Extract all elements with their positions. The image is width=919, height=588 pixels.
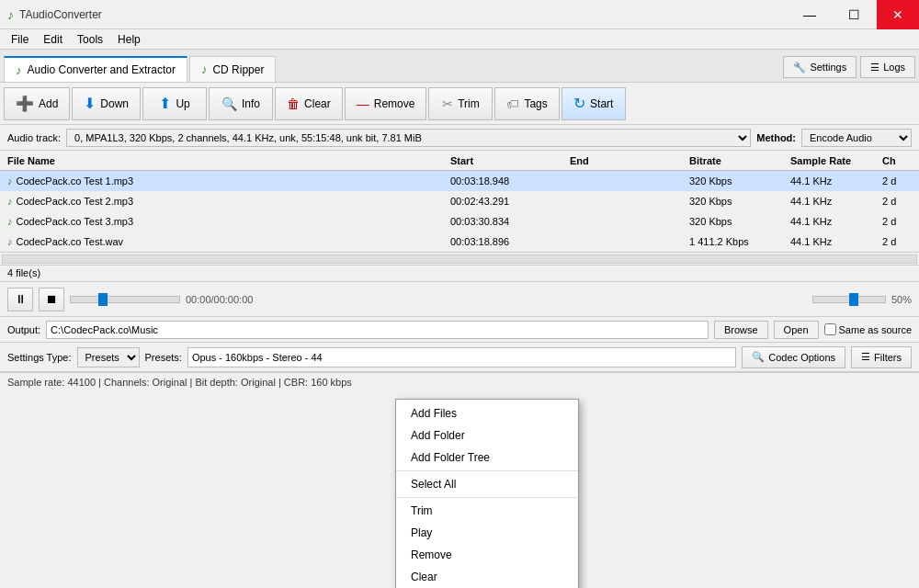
ctx-add-files[interactable]: Add Files <box>396 402 578 424</box>
file-name-cell: ♪CodecPack.co Test 1.mp3 <box>4 175 447 187</box>
horizontal-scrollbar[interactable] <box>0 253 919 266</box>
ch-cell: 2 d <box>879 196 915 207</box>
tags-button[interactable]: 🏷 Tags <box>494 87 559 120</box>
settings-button[interactable]: 🔧 Settings <box>783 56 857 78</box>
tab-converter[interactable]: ♪ Audio Converter and Extractor <box>4 56 187 82</box>
open-button[interactable]: Open <box>774 321 819 339</box>
tab-ripper-label: CD Ripper <box>212 63 264 76</box>
trim-icon: ✂ <box>442 96 453 111</box>
close-button[interactable]: ✕ <box>877 0 919 29</box>
logs-button[interactable]: ☰ Logs <box>860 56 915 78</box>
context-menu: Add Files Add Folder Add Folder Tree Sel… <box>395 399 579 588</box>
audio-track-bar: Audio track: 0, MPA1L3, 320 Kbps, 2 chan… <box>0 125 919 151</box>
play-progress-thumb <box>98 293 108 306</box>
menu-edit[interactable]: Edit <box>36 31 70 48</box>
info-label: Info <box>242 97 260 110</box>
col-start: Start <box>447 155 566 166</box>
status-bar: Sample rate: 44100 | Channels: Original … <box>0 372 919 390</box>
ctx-clear[interactable]: Clear <box>396 566 578 588</box>
trim-label: Trim <box>458 97 480 110</box>
bitrate-cell: 320 Kbps <box>686 175 787 187</box>
ch-cell: 2 d <box>879 175 915 187</box>
volume-bar[interactable] <box>812 296 886 303</box>
menu-file[interactable]: File <box>4 31 36 48</box>
file-name-cell: ♪CodecPack.co Test 2.mp3 <box>4 196 447 207</box>
clear-icon: 🗑 <box>287 96 300 111</box>
file-icon: ♪ <box>7 175 13 187</box>
remove-button[interactable]: — Remove <box>345 87 427 120</box>
col-bitrate: Bitrate <box>686 155 787 166</box>
ctx-trim[interactable]: Trim <box>396 500 578 522</box>
start-cell: 00:02:43.291 <box>447 196 566 207</box>
start-cell: 00:03:30.834 <box>447 216 566 227</box>
pause-button[interactable]: ⏸ <box>7 288 33 311</box>
tab-ripper[interactable]: ♪ CD Ripper <box>189 56 277 82</box>
file-name-cell: ♪CodecPack.co Test 3.mp3 <box>4 216 447 227</box>
codec-options-button[interactable]: 🔍 Codec Options <box>742 346 845 368</box>
down-button[interactable]: ⬇ Down <box>72 87 141 120</box>
up-button[interactable]: ⬆ Up <box>142 87 207 120</box>
clear-button[interactable]: 🗑 Clear <box>275 87 343 120</box>
remove-label: Remove <box>374 97 415 110</box>
ch-cell: 2 d <box>879 216 915 227</box>
file-name-cell: ♪CodecPack.co Test.wav <box>4 236 447 247</box>
output-path-input[interactable] <box>46 321 709 339</box>
volume-thumb <box>849 293 858 306</box>
filters-button[interactable]: ☰ Filters <box>851 346 912 368</box>
col-ch: Ch <box>879 155 915 166</box>
ctx-separator-2 <box>396 497 578 498</box>
bitrate-cell: 320 Kbps <box>686 196 787 207</box>
file-list-header: File Name Start End Bitrate Sample Rate … <box>0 151 919 171</box>
menu-help[interactable]: Help <box>110 31 148 48</box>
same-as-source-checkbox[interactable] <box>824 323 836 335</box>
tab-ripper-icon: ♪ <box>201 62 208 76</box>
tags-label: Tags <box>524 97 547 110</box>
start-button[interactable]: ↻ Start <box>562 87 626 120</box>
settings-type-select[interactable]: Presets <box>77 347 140 368</box>
browse-button[interactable]: Browse <box>714 321 768 339</box>
codec-label: Codec Options <box>768 352 835 363</box>
add-button[interactable]: ➕ Add <box>4 87 70 120</box>
method-label: Method: <box>756 132 796 143</box>
ctx-remove[interactable]: Remove <box>396 544 578 566</box>
presets-label: Presets: <box>145 352 182 363</box>
maximize-button[interactable]: ☐ <box>833 0 875 29</box>
ctx-play[interactable]: Play <box>396 522 578 544</box>
trim-button[interactable]: ✂ Trim <box>428 87 493 120</box>
ctx-add-folder-tree[interactable]: Add Folder Tree <box>396 447 578 469</box>
samplerate-cell: 44.1 KHz <box>787 216 879 227</box>
window-controls: — ☐ ✕ <box>789 0 919 29</box>
ctx-add-folder[interactable]: Add Folder <box>396 424 578 447</box>
same-as-source-label[interactable]: Same as source <box>824 323 912 335</box>
method-select[interactable]: Encode Audio <box>801 129 912 147</box>
stop-button[interactable]: ⏹ <box>39 288 64 311</box>
file-list-container: File Name Start End Bitrate Sample Rate … <box>0 151 919 253</box>
samplerate-cell: 44.1 KHz <box>787 196 879 207</box>
down-label: Down <box>100 97 129 110</box>
ctx-select-all[interactable]: Select All <box>396 473 578 495</box>
presets-input[interactable] <box>187 347 736 368</box>
tags-icon: 🏷 <box>506 96 519 111</box>
file-icon: ♪ <box>7 196 13 207</box>
col-samplerate: Sample Rate <box>787 155 879 166</box>
add-label: Add <box>39 97 58 110</box>
table-row[interactable]: ♪CodecPack.co Test.wav 00:03:18.896 1 41… <box>0 232 919 252</box>
logs-label: Logs <box>883 62 905 73</box>
table-row[interactable]: ♪CodecPack.co Test 2.mp3 00:02:43.291 32… <box>0 191 919 211</box>
samplerate-cell: 44.1 KHz <box>787 175 879 187</box>
filters-label: Filters <box>874 352 902 363</box>
ch-cell: 2 d <box>879 236 915 247</box>
table-row[interactable]: ♪CodecPack.co Test 1.mp3 00:03:18.948 32… <box>0 171 919 191</box>
table-row[interactable]: ♪CodecPack.co Test 3.mp3 00:03:30.834 32… <box>0 211 919 232</box>
menu-tools[interactable]: Tools <box>70 31 110 48</box>
app-icon: ♪ <box>7 7 14 22</box>
samplerate-cell: 44.1 KHz <box>787 236 879 247</box>
file-icon: ♪ <box>7 236 13 247</box>
audio-track-select[interactable]: 0, MPA1L3, 320 Kbps, 2 channels, 44.1 KH… <box>66 129 751 147</box>
output-bar: Output: Browse Open Same as source <box>0 317 919 343</box>
codec-icon: 🔍 <box>752 351 765 363</box>
minimize-button[interactable]: — <box>789 0 831 29</box>
tab-right-buttons: 🔧 Settings ☰ Logs <box>783 56 915 78</box>
info-button[interactable]: 🔍 Info <box>209 87 273 120</box>
play-progress[interactable] <box>70 296 180 303</box>
